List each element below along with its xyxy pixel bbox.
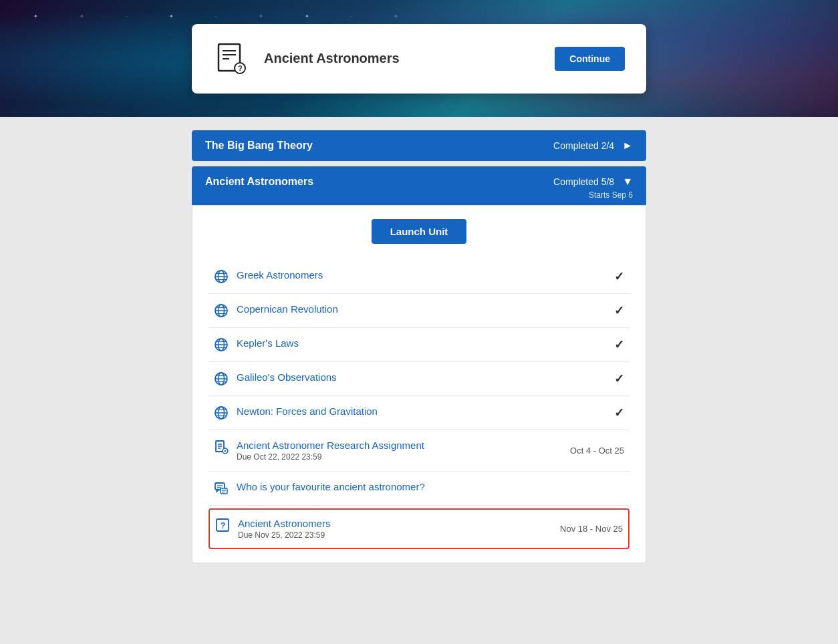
lesson-link-quiz[interactable]: Ancient Astronomers: [238, 518, 330, 529]
hero-card-left: ? Ancient Astronomers: [213, 40, 400, 77]
lesson-link-keplers[interactable]: Kepler's Laws: [237, 337, 299, 349]
globe-icon-copernican: [214, 303, 229, 318]
lesson-link-galileo[interactable]: Galileo's Observations: [237, 371, 337, 383]
checkmark-galileo: ✓: [614, 371, 624, 386]
quiz-icon: ?: [213, 40, 251, 77]
lesson-row-keplers: Kepler's Laws ✓: [208, 328, 630, 362]
hero-banner: ? Ancient Astronomers Continue: [0, 0, 838, 117]
unit-starts-date: Starts Sep 6: [205, 190, 633, 200]
lesson-row-greek: Greek Astronomers ✓: [208, 260, 630, 294]
lesson-link-newton[interactable]: Newton: Forces and Gravitation: [237, 406, 378, 417]
unit-bar-ancient-astronomers[interactable]: Ancient Astronomers Completed 5/8 ▼ Star…: [192, 166, 646, 205]
checkmark-newton: ✓: [614, 406, 624, 420]
checkmark-keplers: ✓: [614, 337, 624, 352]
lesson-link-research[interactable]: Ancient Astronomer Research Assignment: [237, 440, 424, 451]
globe-icon-newton: [214, 406, 229, 420]
globe-icon-galileo: [214, 371, 229, 386]
svg-rect-41: [221, 488, 227, 494]
lesson-row-newton: Newton: Forces and Gravitation ✓: [208, 396, 630, 430]
unit-bar-status-big-bang: Completed 2/4: [553, 140, 614, 151]
unit-bar-status-ancient: Completed 5/8: [553, 176, 614, 187]
chevron-right-icon: ►: [622, 140, 633, 152]
chat-icon-favourite: [214, 481, 229, 496]
globe-icon-greek: [214, 269, 229, 284]
unit-bar-big-bang[interactable]: The Big Bang Theory Completed 2/4 ►: [192, 130, 646, 161]
main-content: The Big Bang Theory Completed 2/4 ► Anci…: [192, 117, 646, 598]
lesson-link-favourite[interactable]: Who is your favourite ancient astronomer…: [237, 481, 425, 492]
hero-card: ? Ancient Astronomers Continue: [192, 24, 646, 94]
lesson-dates-research: Oct 4 - Oct 25: [570, 446, 624, 456]
launch-unit-button[interactable]: Launch Unit: [372, 219, 467, 244]
lesson-row-galileo: Galileo's Observations ✓: [208, 362, 630, 396]
chevron-down-icon: ▼: [622, 176, 633, 188]
lesson-due-research: Due Oct 22, 2022 23:59: [237, 452, 424, 462]
lesson-due-quiz: Due Nov 25, 2022 23:59: [238, 530, 330, 540]
launch-btn-container: Launch Unit: [208, 219, 630, 244]
checkmark-copernican: ✓: [614, 303, 624, 318]
lesson-row-research: Ancient Astronomer Research Assignment D…: [208, 430, 630, 472]
lesson-link-greek[interactable]: Greek Astronomers: [237, 269, 323, 281]
unit-bar-title-ancient: Ancient Astronomers: [205, 176, 313, 188]
unit-bar-title-big-bang: The Big Bang Theory: [205, 140, 313, 152]
svg-text:?: ?: [221, 521, 225, 530]
globe-icon-keplers: [214, 337, 229, 352]
checkmark-greek: ✓: [614, 269, 624, 284]
doc-icon-research: [214, 440, 229, 454]
lesson-row-copernican: Copernican Revolution ✓: [208, 294, 630, 328]
svg-text:?: ?: [238, 64, 243, 72]
lesson-dates-quiz: Nov 18 - Nov 25: [560, 524, 623, 534]
continue-button[interactable]: Continue: [555, 47, 625, 71]
lesson-row-quiz: ? Ancient Astronomers Due Nov 25, 2022 2…: [208, 508, 630, 549]
quiz-icon-small: ?: [215, 518, 230, 532]
hero-title: Ancient Astronomers: [264, 51, 400, 66]
lesson-row-favourite: Who is your favourite ancient astronomer…: [208, 472, 630, 506]
content-panel: Launch Unit Greek Astronomers ✓: [192, 205, 646, 563]
lesson-link-copernican[interactable]: Copernican Revolution: [237, 303, 338, 315]
